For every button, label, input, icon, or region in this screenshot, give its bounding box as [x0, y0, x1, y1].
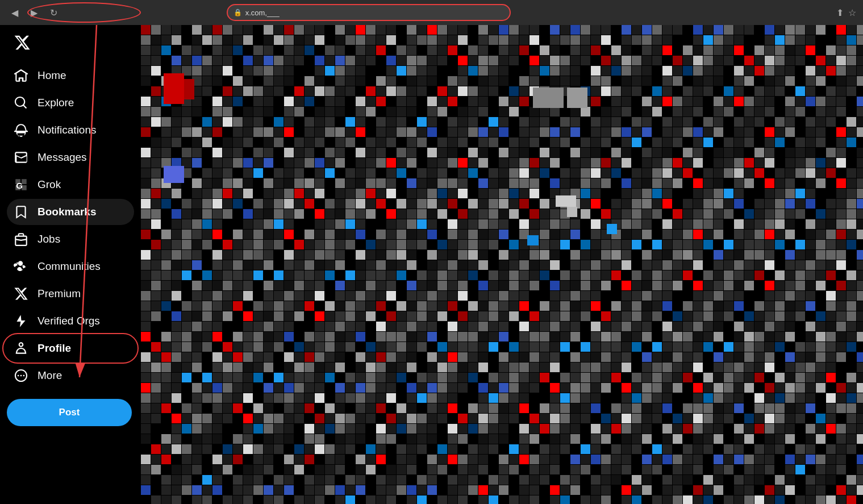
url-text: x.com,___: [245, 9, 280, 17]
sidebar-item-explore[interactable]: Explore: [7, 90, 134, 116]
sidebar-item-bookmarks[interactable]: Bookmarks: [7, 199, 134, 225]
premium-label: Premium: [37, 288, 81, 300]
share-button[interactable]: ⬆: [836, 7, 844, 18]
svg-text:G: G: [16, 181, 23, 190]
sidebar-item-messages[interactable]: Messages: [7, 144, 134, 170]
bookmark-button[interactable]: ☆: [848, 7, 856, 18]
briefcase-icon: [14, 232, 28, 247]
x-logo[interactable]: [7, 27, 134, 60]
notifications-label: Notifications: [37, 124, 97, 136]
messages-label: Messages: [37, 151, 87, 164]
verified-orgs-label: Verified Orgs: [37, 315, 100, 327]
home-icon: [14, 68, 28, 83]
browser-actions: ⬆ ☆: [836, 7, 856, 18]
profile-label: Profile: [37, 342, 71, 355]
bookmarks-label: Bookmarks: [37, 206, 97, 218]
people-icon: [14, 259, 28, 274]
sidebar: Home Explore Notifications: [0, 25, 141, 504]
sidebar-item-notifications[interactable]: Notifications: [7, 117, 134, 143]
grok-label: Grok: [37, 178, 61, 191]
sidebar-item-more[interactable]: More: [7, 363, 134, 389]
communities-label: Communities: [37, 260, 101, 273]
security-icon: 🔒: [234, 9, 242, 16]
forward-button[interactable]: ▶: [26, 5, 42, 20]
sidebar-item-verified-orgs[interactable]: Verified Orgs: [7, 308, 134, 334]
sidebar-item-communities[interactable]: Communities: [7, 253, 134, 280]
address-bar[interactable]: 🔒 x.com,___: [227, 4, 511, 21]
more-label: More: [37, 369, 62, 382]
main-content: Home Explore Notifications: [0, 25, 863, 504]
sidebar-item-profile[interactable]: Profile: [7, 335, 134, 361]
refresh-button[interactable]: ↻: [45, 5, 61, 20]
grok-icon: G: [14, 177, 28, 192]
person-icon: [14, 341, 28, 356]
back-button[interactable]: ◀: [7, 5, 23, 20]
browser-nav-buttons: ◀ ▶ ↻: [7, 5, 61, 20]
lightning-icon: [14, 314, 28, 328]
envelope-icon: [14, 150, 28, 165]
bookmark-icon: [14, 205, 28, 219]
explore-label: Explore: [37, 97, 74, 109]
post-button[interactable]: Post: [7, 399, 132, 426]
sidebar-item-premium[interactable]: Premium: [7, 281, 134, 307]
search-icon: [14, 95, 28, 110]
sidebar-item-jobs[interactable]: Jobs: [7, 226, 134, 252]
dots-circle-icon: [14, 368, 28, 383]
content-area: [141, 25, 863, 504]
sidebar-item-grok[interactable]: G Grok: [7, 172, 134, 198]
sidebar-item-home[interactable]: Home: [7, 63, 134, 89]
home-label: Home: [37, 69, 66, 82]
address-bar-wrapper: 🔒 x.com,___: [227, 4, 511, 21]
browser-chrome: ◀ ▶ ↻ 🔒 x.com,___ ⬆ ☆: [0, 0, 863, 25]
bell-icon: [14, 123, 28, 138]
jobs-label: Jobs: [37, 233, 60, 245]
x-premium-icon: [14, 286, 28, 301]
